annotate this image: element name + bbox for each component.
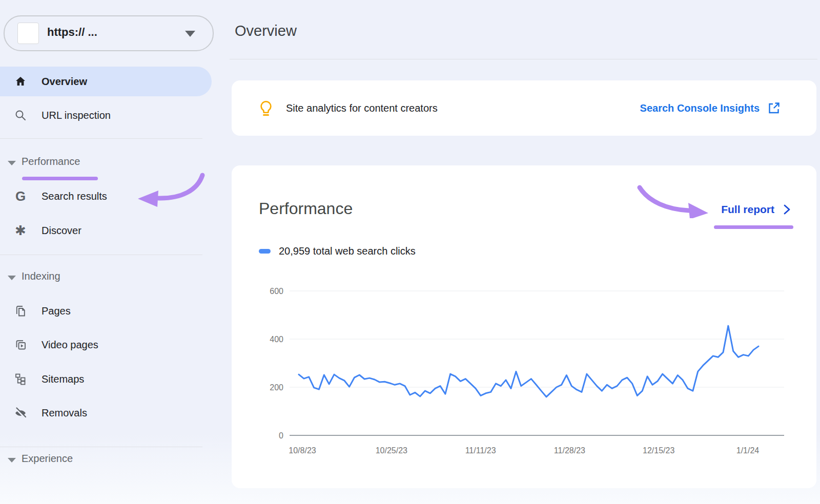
annotation-arrow-to-search-results	[131, 169, 210, 210]
header-divider	[230, 59, 817, 59]
google-g-icon: G	[14, 190, 27, 203]
chevron-down-icon	[8, 458, 16, 463]
sidebar-item-url-inspection[interactable]: URL inspection	[0, 100, 212, 130]
search-icon	[14, 109, 27, 122]
svg-text:12/15/23: 12/15/23	[643, 446, 674, 455]
chevron-down-icon	[185, 31, 195, 37]
sidebar-item-label: Pages	[42, 305, 71, 317]
sidebar-item-label: Removals	[42, 407, 87, 419]
search-console-insights-link[interactable]: Search Console Insights	[640, 80, 781, 136]
sidebar-item-label: Sitemaps	[42, 373, 84, 385]
clicks-line-chart: 020040060010/8/2310/25/2311/11/2311/28/2…	[232, 165, 816, 488]
sidebar-item-sitemaps[interactable]: Sitemaps	[0, 364, 212, 394]
sidebar-item-video-pages[interactable]: Video pages	[0, 330, 212, 360]
link-label: Search Console Insights	[640, 102, 760, 114]
sidebar-item-discover[interactable]: ✱ Discover	[0, 216, 212, 245]
sidebar-section-indexing[interactable]: Indexing	[0, 268, 212, 287]
performance-card: Performance Full report 20,959 total web…	[232, 165, 816, 488]
sidebar-item-label: Discover	[42, 225, 81, 237]
annotation-underline-performance	[22, 177, 98, 180]
svg-text:10/8/23: 10/8/23	[289, 446, 316, 455]
sidebar-section-label: Indexing	[22, 270, 60, 282]
eye-off-icon	[14, 406, 27, 419]
insights-card: Site analytics for content creators Sear…	[232, 80, 816, 136]
sitemaps-icon	[14, 372, 27, 386]
sidebar-divider	[0, 447, 202, 447]
external-link-icon	[767, 101, 781, 115]
home-icon	[14, 75, 27, 88]
sidebar-item-label: URL inspection	[42, 110, 111, 121]
sidebar-item-pages[interactable]: Pages	[0, 296, 212, 326]
sidebar-item-label: Search results	[42, 191, 107, 202]
sidebar-section-label: Performance	[22, 156, 80, 167]
chevron-down-icon	[8, 276, 16, 280]
insights-message: Site analytics for content creators	[286, 80, 438, 136]
lightbulb-icon	[257, 99, 275, 119]
svg-text:400: 400	[270, 335, 283, 344]
pages-icon	[14, 304, 27, 318]
sidebar-item-label: Video pages	[42, 339, 98, 351]
property-selector[interactable]: https:// ...	[4, 15, 214, 51]
sidebar-divider	[0, 255, 202, 255]
search-console-app: https:// ... Overview URL inspection	[0, 0, 820, 504]
asterisk-icon: ✱	[14, 224, 27, 237]
sidebar-section-label: Experience	[22, 453, 73, 465]
property-url: https:// ...	[47, 26, 97, 39]
chevron-down-icon	[8, 161, 16, 165]
svg-text:11/28/23: 11/28/23	[554, 446, 585, 455]
sidebar-section-experience[interactable]: Experience	[0, 451, 212, 469]
svg-text:200: 200	[270, 383, 283, 392]
svg-text:600: 600	[270, 287, 283, 296]
sidebar-item-removals[interactable]: Removals	[0, 398, 212, 428]
sidebar-item-overview[interactable]: Overview	[0, 67, 212, 96]
svg-text:0: 0	[279, 431, 283, 440]
svg-text:11/11/23: 11/11/23	[465, 446, 496, 455]
svg-text:1/1/24: 1/1/24	[736, 446, 760, 455]
sidebar-item-label: Overview	[42, 76, 87, 88]
annotation-arrow-to-full-report	[626, 182, 713, 218]
page-title: Overview	[235, 23, 297, 39]
svg-text:10/25/23: 10/25/23	[376, 446, 407, 455]
property-favicon	[17, 23, 39, 44]
annotation-underline-full-report	[714, 225, 793, 229]
sidebar-divider	[0, 138, 202, 139]
video-pages-icon	[14, 338, 27, 351]
